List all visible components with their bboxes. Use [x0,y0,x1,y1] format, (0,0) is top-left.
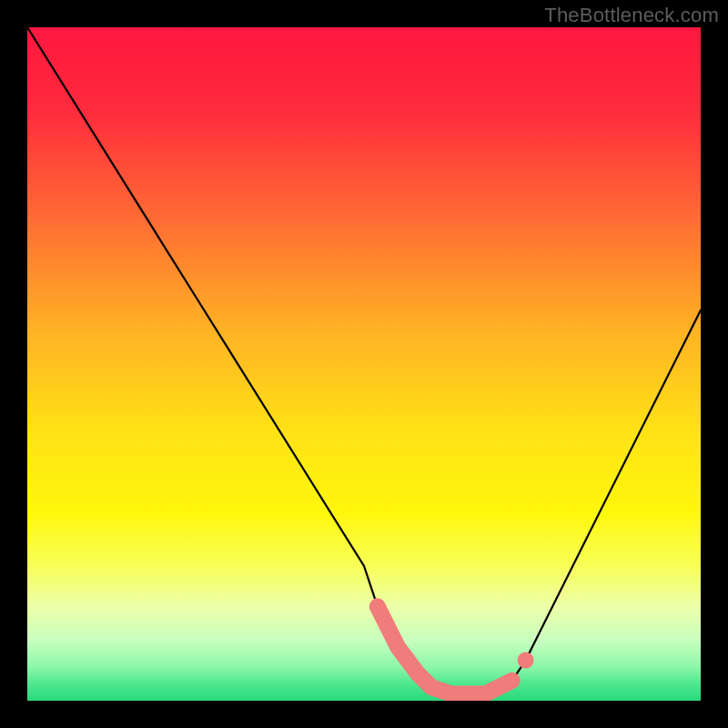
watermark-text: TheBottleneck.com [544,4,719,27]
chart-frame: TheBottleneck.com [0,0,728,728]
gradient-background [27,27,701,701]
bottleneck-chart [0,0,728,728]
highlight-dot [518,652,534,669]
